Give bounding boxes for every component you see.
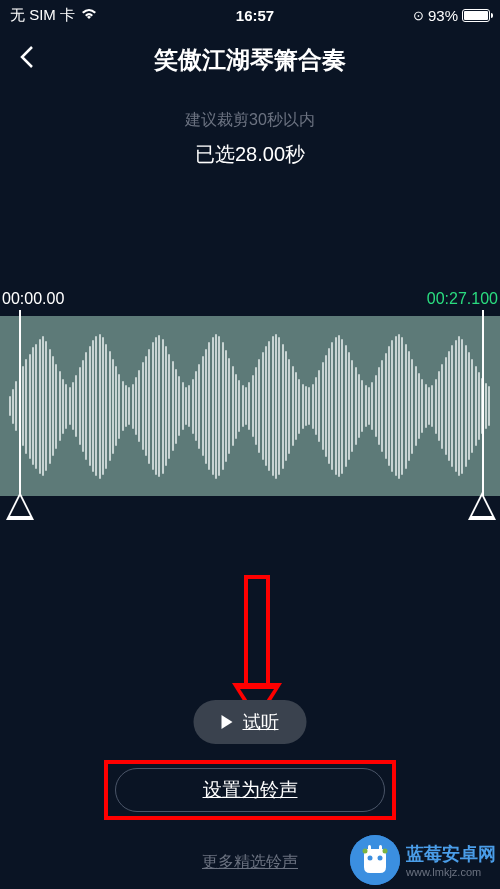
battery-icon: [462, 9, 490, 22]
preview-button[interactable]: 试听: [194, 700, 307, 744]
time-end: 00:27.100: [427, 290, 498, 308]
watermark-url: www.lmkjz.com: [406, 866, 496, 878]
hint-section: 建议裁剪30秒以内 已选28.00秒: [0, 110, 500, 168]
watermark: 蓝莓安卓网 www.lmkjz.com: [350, 835, 496, 885]
svg-point-6: [383, 849, 388, 854]
header: 笑傲江湖琴箫合奏: [0, 30, 500, 90]
svg-point-5: [363, 849, 368, 854]
svg-point-2: [378, 856, 383, 861]
wifi-icon: [81, 9, 97, 21]
time-start: 00:00.00: [2, 290, 64, 308]
preview-label: 试听: [243, 710, 279, 734]
svg-rect-4: [379, 845, 382, 851]
status-time: 16:57: [236, 7, 274, 24]
watermark-logo-icon: [350, 835, 400, 885]
trim-handle-right[interactable]: [468, 492, 496, 520]
more-ringtones-link[interactable]: 更多精选铃声: [202, 852, 298, 873]
selected-duration: 已选28.00秒: [0, 141, 500, 168]
handle-line-right: [482, 310, 484, 496]
waveform-container: 00:00.00 00:27.100: [0, 290, 500, 536]
battery-percent: 93%: [428, 7, 458, 24]
watermark-text: 蓝莓安卓网 www.lmkjz.com: [406, 842, 496, 878]
carrier-text: 无 SIM 卡: [10, 6, 75, 25]
page-title: 笑傲江湖琴箫合奏: [154, 44, 346, 76]
watermark-name: 蓝莓安卓网: [406, 842, 496, 866]
waveform-display[interactable]: [0, 316, 500, 496]
trim-handles: [0, 496, 500, 536]
svg-point-1: [368, 856, 373, 861]
back-button[interactable]: [20, 45, 34, 75]
handle-line-left: [19, 310, 21, 496]
status-right: ⊙ 93%: [413, 7, 490, 24]
status-bar: 无 SIM 卡 16:57 ⊙ 93%: [0, 0, 500, 30]
svg-rect-3: [368, 845, 371, 851]
play-icon: [222, 715, 233, 729]
time-labels: 00:00.00 00:27.100: [0, 290, 500, 308]
status-left: 无 SIM 卡: [10, 6, 97, 25]
hint-text: 建议裁剪30秒以内: [0, 110, 500, 131]
orientation-lock-icon: ⊙: [413, 8, 424, 23]
set-ringtone-button[interactable]: 设置为铃声: [115, 768, 385, 812]
trim-handle-left[interactable]: [6, 492, 34, 520]
